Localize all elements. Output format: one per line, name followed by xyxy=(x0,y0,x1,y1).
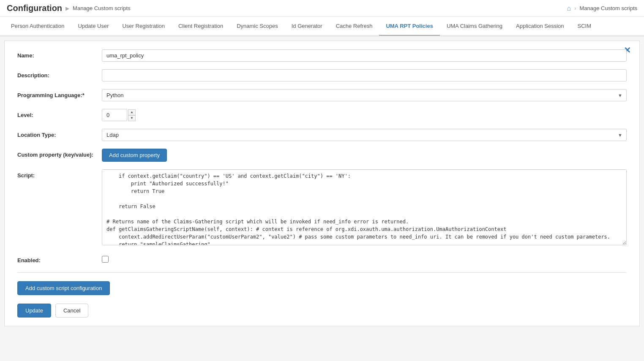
script-row: Script: xyxy=(17,169,627,247)
name-label: Name: xyxy=(17,49,102,59)
level-down-button[interactable]: ▼ xyxy=(128,115,136,121)
breadcrumb-arrow: ▶ xyxy=(65,5,69,11)
location-type-select[interactable]: Ldap File xyxy=(102,129,627,141)
custom-property-label: Custom property (key/value): xyxy=(17,149,102,158)
enabled-wrap xyxy=(102,254,627,264)
name-row: Name: xyxy=(17,49,627,62)
cancel-button[interactable]: Cancel xyxy=(55,304,88,318)
script-wrap xyxy=(102,169,627,247)
enabled-checkbox[interactable] xyxy=(102,256,109,263)
tab-client-registration[interactable]: Client Registration xyxy=(172,17,230,36)
tab-uma-rpt[interactable]: UMA RPT Policies xyxy=(379,17,439,36)
location-type-row: Location Type: Ldap File ▼ xyxy=(17,129,627,141)
enabled-label: Enabled: xyxy=(17,254,102,263)
name-input[interactable] xyxy=(102,49,627,62)
tab-cache-refresh[interactable]: Cache Refresh xyxy=(329,17,379,36)
add-custom-property-button[interactable]: Add custom property xyxy=(102,149,167,162)
tab-app-session[interactable]: Application Session xyxy=(509,17,570,36)
bottom-actions: Update Cancel xyxy=(17,304,627,318)
name-field-wrap xyxy=(102,49,627,62)
header: Configuration ▶ Manage Custom scripts ⌂ … xyxy=(0,0,644,17)
programming-language-select[interactable]: Python Java Jython xyxy=(102,89,627,101)
enabled-row: Enabled: xyxy=(17,254,627,264)
level-row: Level: ▲ ▼ xyxy=(17,109,627,121)
level-up-button[interactable]: ▲ xyxy=(128,109,136,115)
description-input[interactable] xyxy=(102,69,627,81)
tab-user-registration[interactable]: User Registration xyxy=(115,17,171,36)
level-input[interactable] xyxy=(102,109,127,121)
add-script-section: Add custom script configuration xyxy=(17,281,627,295)
breadcrumb-right: Manage Custom scripts xyxy=(579,5,637,11)
tab-uma-claims[interactable]: UMA Claims Gathering xyxy=(440,17,509,36)
breadcrumb: Manage Custom scripts xyxy=(73,5,131,11)
script-label: Script: xyxy=(17,169,102,179)
level-wrap: ▲ ▼ xyxy=(102,109,627,121)
tabs-bar: Person Authentication Update User User R… xyxy=(0,17,644,36)
main-form: ✕ Name: Description: Programming Languag… xyxy=(4,41,640,326)
programming-language-label: Programming Language:* xyxy=(17,89,102,98)
header-left: Configuration ▶ Manage Custom scripts xyxy=(7,3,131,13)
level-label: Level: xyxy=(17,109,102,118)
tab-scim[interactable]: SCIM xyxy=(571,17,598,36)
level-spinner: ▲ ▼ xyxy=(102,109,627,121)
breadcrumb-separator: › xyxy=(574,5,576,11)
update-button[interactable]: Update xyxy=(17,304,51,318)
description-label: Description: xyxy=(17,69,102,79)
location-type-wrap: Ldap File ▼ xyxy=(102,129,627,141)
tab-id-generator[interactable]: Id Generator xyxy=(285,17,329,36)
divider xyxy=(17,272,627,273)
programming-language-wrap: Python Java Jython ▼ xyxy=(102,89,627,101)
script-textarea[interactable] xyxy=(102,169,627,245)
tab-update-user[interactable]: Update User xyxy=(71,17,115,36)
location-type-label: Location Type: xyxy=(17,129,102,138)
custom-property-row: Custom property (key/value): Add custom … xyxy=(17,149,627,162)
programming-language-row: Programming Language:* Python Java Jytho… xyxy=(17,89,627,101)
home-icon[interactable]: ⌂ xyxy=(567,5,571,12)
header-right: ⌂ › Manage Custom scripts xyxy=(567,5,637,12)
spinner-buttons: ▲ ▼ xyxy=(128,109,136,121)
app-title: Configuration xyxy=(7,3,62,13)
custom-property-wrap: Add custom property xyxy=(102,149,627,162)
tab-dynamic-scopes[interactable]: Dynamic Scopes xyxy=(230,17,285,36)
tab-person-auth[interactable]: Person Authentication xyxy=(4,17,71,36)
description-field-wrap xyxy=(102,69,627,81)
description-row: Description: xyxy=(17,69,627,81)
add-script-button[interactable]: Add custom script configuration xyxy=(17,281,110,295)
